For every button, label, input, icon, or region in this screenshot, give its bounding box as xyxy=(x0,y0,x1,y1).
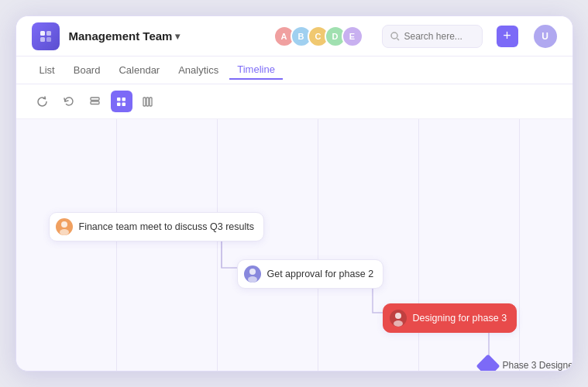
col-stripe-1 xyxy=(16,119,117,371)
toolbar-refresh-button[interactable] xyxy=(32,91,53,112)
toolbar-undo-button[interactable] xyxy=(58,91,80,112)
team-name-button[interactable]: Management Team ▾ xyxy=(69,29,181,43)
svg-rect-1 xyxy=(46,31,51,36)
tab-analytics[interactable]: Analytics xyxy=(170,61,226,79)
tab-calendar[interactable]: Calendar xyxy=(111,61,167,79)
refresh-icon xyxy=(36,96,48,108)
col-stripe-6 xyxy=(520,119,573,371)
svg-rect-14 xyxy=(150,98,152,106)
svg-rect-13 xyxy=(146,98,149,106)
app-window: Management Team ▾ A B C D E + U List Boa… xyxy=(15,15,573,372)
svg-point-16 xyxy=(60,229,69,235)
svg-rect-11 xyxy=(122,102,126,106)
columns-icon xyxy=(142,96,153,108)
task-node-1[interactable]: Finance team meet to discuss Q3 results xyxy=(49,212,264,241)
col-stripe-5 xyxy=(419,119,520,371)
team-chevron-icon: ▾ xyxy=(175,31,180,42)
grid-icon xyxy=(115,96,127,108)
svg-line-5 xyxy=(397,38,399,40)
task-label-3: Designing for phase 3 xyxy=(413,313,507,324)
svg-point-19 xyxy=(395,313,401,319)
toolbar-columns-button[interactable] xyxy=(137,91,159,112)
svg-point-20 xyxy=(394,320,403,327)
svg-point-17 xyxy=(249,269,256,275)
tab-board[interactable]: Board xyxy=(66,61,108,79)
search-box[interactable] xyxy=(382,25,483,48)
toolbar-grid-button[interactable] xyxy=(111,91,132,112)
avatar-group: A B C D E xyxy=(273,26,363,47)
layers-icon xyxy=(89,96,101,108)
svg-point-18 xyxy=(248,276,257,283)
search-input[interactable] xyxy=(404,31,474,42)
task-label-1: Finance team meet to discuss Q3 results xyxy=(79,221,254,232)
search-icon xyxy=(390,32,400,41)
logo-icon xyxy=(32,22,60,50)
svg-rect-2 xyxy=(40,37,45,42)
task-avatar-2 xyxy=(244,265,261,283)
task-node-2[interactable]: Get approval for phase 2 xyxy=(237,259,384,289)
milestone-label: Phase 3 Designed xyxy=(503,360,573,371)
svg-rect-12 xyxy=(143,98,146,106)
svg-point-15 xyxy=(61,221,67,228)
task-avatar-3 xyxy=(390,310,407,327)
svg-rect-6 xyxy=(91,98,99,101)
col-stripe-4 xyxy=(318,119,419,371)
svg-rect-3 xyxy=(46,37,51,42)
avatar: E xyxy=(342,26,363,47)
toolbar-layers-button[interactable] xyxy=(84,91,106,112)
header: Management Team ▾ A B C D E + U xyxy=(16,16,573,57)
svg-rect-8 xyxy=(117,98,121,101)
nav-tabs: List Board Calendar Analytics Timeline xyxy=(16,57,573,84)
undo-icon xyxy=(63,96,74,108)
col-stripe-3 xyxy=(218,119,318,371)
svg-rect-7 xyxy=(91,101,99,104)
svg-rect-0 xyxy=(40,31,45,36)
task-label-2: Get approval for phase 2 xyxy=(267,269,374,279)
task-avatar-1 xyxy=(56,218,73,235)
tab-timeline[interactable]: Timeline xyxy=(229,60,283,80)
tab-list[interactable]: List xyxy=(32,61,63,79)
svg-point-4 xyxy=(391,33,397,39)
svg-rect-10 xyxy=(117,102,121,106)
current-user-avatar: U xyxy=(534,25,557,48)
toolbar xyxy=(16,84,573,119)
timeline-canvas: Finance team meet to discuss Q3 results … xyxy=(16,119,573,371)
team-name-label: Management Team xyxy=(69,29,173,43)
add-button[interactable]: + xyxy=(497,26,518,47)
task-node-3[interactable]: Designing for phase 3 xyxy=(383,303,518,333)
col-stripe-2 xyxy=(117,119,218,371)
svg-rect-9 xyxy=(122,98,126,101)
